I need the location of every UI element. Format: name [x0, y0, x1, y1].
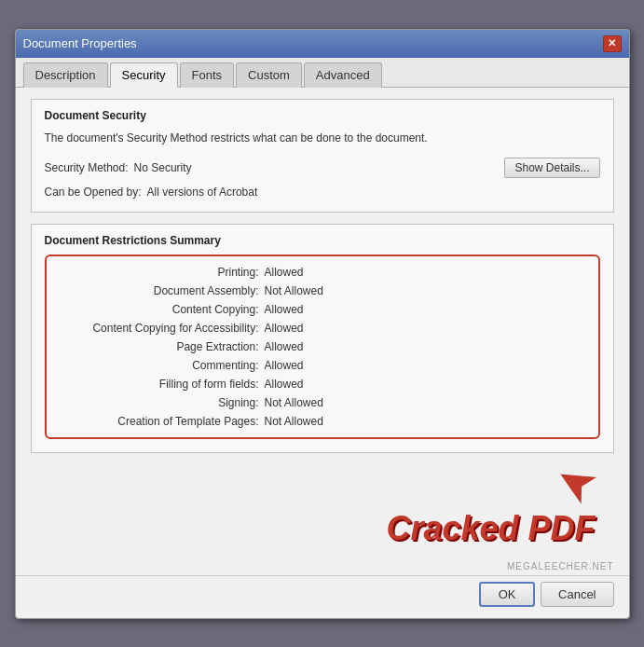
- tab-security[interactable]: Security: [110, 62, 178, 88]
- table-row: Document Assembly:Not Allowed: [60, 284, 585, 297]
- can-be-opened-label: Can be Opened by:: [45, 186, 142, 199]
- tab-description[interactable]: Description: [23, 62, 108, 88]
- tab-advanced[interactable]: Advanced: [304, 62, 382, 88]
- restriction-label: Content Copying:: [60, 303, 265, 316]
- restriction-label: Page Extraction:: [60, 340, 265, 353]
- restriction-label: Document Assembly:: [60, 284, 265, 297]
- show-details-button[interactable]: Show Details...: [504, 158, 599, 178]
- restriction-value: Allowed: [265, 322, 304, 335]
- table-row: Filling of form fields:Allowed: [60, 378, 585, 391]
- tab-custom[interactable]: Custom: [236, 62, 302, 88]
- cancel-button[interactable]: Cancel: [541, 582, 613, 607]
- tab-fonts[interactable]: Fonts: [180, 62, 235, 88]
- table-row: Commenting:Allowed: [60, 359, 585, 372]
- table-row: Creation of Template Pages:Not Allowed: [60, 415, 585, 428]
- tab-bar: Description Security Fonts Custom Advanc…: [16, 58, 629, 88]
- security-method-left: Security Method: No Security: [45, 161, 192, 174]
- security-description: The document's Security Method restricts…: [45, 130, 600, 146]
- table-row: Content Copying for Accessibility:Allowe…: [60, 322, 585, 335]
- table-row: Printing:Allowed: [60, 266, 585, 279]
- restriction-value: Allowed: [265, 303, 304, 316]
- restrictions-section-title: Document Restrictions Summary: [45, 234, 600, 247]
- restriction-label: Content Copying for Accessibility:: [60, 322, 265, 335]
- close-button[interactable]: ✕: [603, 35, 622, 52]
- restriction-label: Filling of form fields:: [60, 378, 265, 391]
- table-row: Page Extraction:Allowed: [60, 340, 585, 353]
- restriction-value: Not Allowed: [265, 396, 323, 409]
- restriction-value: Allowed: [265, 340, 304, 353]
- restriction-label: Printing:: [60, 266, 265, 279]
- cracked-text: Cracked PDF: [386, 509, 595, 548]
- window-title: Document Properties: [23, 36, 137, 50]
- can-be-opened-value: All versions of Acrobat: [147, 186, 258, 199]
- restriction-value: Not Allowed: [265, 415, 323, 428]
- button-bar: OK Cancel: [16, 575, 629, 618]
- security-method-row: Security Method: No Security Show Detail…: [45, 158, 600, 178]
- restrictions-section: Document Restrictions Summary Printing:A…: [31, 224, 614, 453]
- watermark: MEGALEECHER.NET: [16, 559, 629, 575]
- ok-button[interactable]: OK: [479, 582, 535, 607]
- restriction-label: Signing:: [60, 396, 265, 409]
- document-security-section: Document Security The document's Securit…: [31, 99, 614, 213]
- table-row: Content Copying:Allowed: [60, 303, 585, 316]
- arrow-icon: ➤: [544, 453, 604, 516]
- restriction-value: Allowed: [265, 266, 304, 279]
- restriction-value: Allowed: [265, 359, 304, 372]
- restriction-label: Creation of Template Pages:: [60, 415, 265, 428]
- document-properties-dialog: Document Properties ✕ Description Securi…: [15, 29, 630, 619]
- can-be-opened-row: Can be Opened by: All versions of Acroba…: [45, 186, 600, 199]
- security-method-value: No Security: [134, 161, 192, 174]
- restriction-value: Allowed: [265, 378, 304, 391]
- title-bar: Document Properties ✕: [16, 30, 629, 58]
- restriction-value: Not Allowed: [265, 284, 323, 297]
- security-section-title: Document Security: [45, 109, 600, 122]
- security-method-label: Security Method:: [45, 161, 129, 174]
- restriction-label: Commenting:: [60, 359, 265, 372]
- tab-content: Document Security The document's Securit…: [16, 88, 629, 559]
- restrictions-inner-box: Printing:AllowedDocument Assembly:Not Al…: [45, 255, 600, 439]
- table-row: Signing:Not Allowed: [60, 396, 585, 409]
- cracked-annotation: ➤ Cracked PDF: [31, 461, 614, 548]
